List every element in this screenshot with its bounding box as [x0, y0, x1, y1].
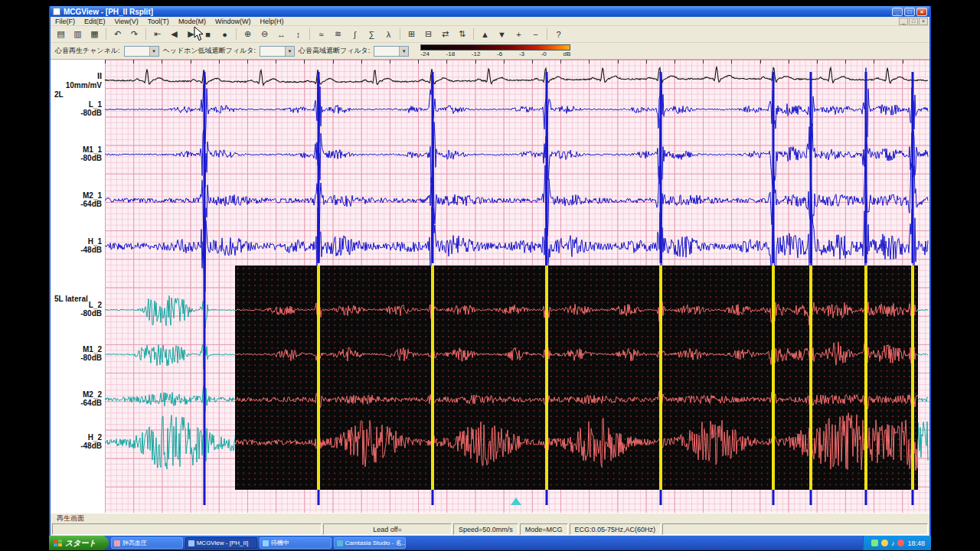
gain-up-icon[interactable]: + [511, 27, 527, 41]
window-title: MCGView - [PH_II Rsplit] [64, 8, 153, 16]
reorder-icon[interactable]: ⇅ [454, 27, 470, 41]
db-tick-label: -3 [519, 51, 524, 57]
taskbar-item-label: 肺高血圧 [122, 539, 147, 547]
menu-view[interactable]: View(V) [110, 18, 143, 25]
mdi-close-button[interactable]: × [919, 18, 928, 25]
beat-line [912, 72, 914, 263]
beat-line [546, 490, 548, 505]
maximize-button[interactable]: □ [904, 8, 915, 16]
taskbar-item-mcgview[interactable]: MCGView - [PH_II] [185, 537, 257, 549]
sum-icon[interactable]: ∑ [364, 27, 380, 41]
chevron-down-icon: ▼ [399, 47, 408, 56]
print-icon[interactable]: ▦ [87, 27, 103, 41]
playback-label: 再生画面 [57, 514, 84, 522]
volume-tray-icon[interactable]: ♪ [891, 540, 895, 547]
split-view-icon[interactable]: ⊟ [420, 27, 436, 41]
channel-name-label: H_2 [88, 433, 102, 442]
rewind-icon[interactable]: ⇤ [149, 27, 165, 41]
close-button[interactable]: × [916, 8, 927, 16]
overlay-beat-line [809, 266, 812, 490]
db-tick-label: -24 [420, 51, 430, 57]
step-back-icon[interactable]: ◀ [166, 27, 182, 41]
channel-gain-label: -80dB [80, 154, 102, 162]
gain-down-icon[interactable]: − [528, 27, 544, 41]
overlay-trace-H_2 [235, 413, 918, 471]
window-controls: _ □ × [892, 8, 927, 16]
channel-name-label: M2_1 [83, 191, 102, 200]
menu-mode[interactable]: Mode(M) [174, 18, 211, 25]
toolbar-separator [400, 28, 400, 40]
fit-width-icon[interactable]: ↔ [273, 27, 289, 41]
channel-name-label: L_1 [89, 100, 102, 109]
app3-icon [263, 540, 269, 546]
mdi-restore-button[interactable]: □ [909, 18, 918, 25]
channel-gain-label: -64dB [80, 399, 102, 407]
highcut-filter-select[interactable]: ▼ [374, 46, 409, 57]
minimize-button[interactable]: _ [892, 8, 903, 16]
playhead-marker[interactable] [511, 497, 521, 505]
ecg-position-label: 2L [54, 90, 64, 99]
taskbar-item-label: Camtasia Studio - 名... [345, 539, 406, 547]
taskbar-item-app3[interactable]: 待機中 [260, 537, 332, 549]
spectro-overlay [235, 266, 918, 490]
fit-height-icon[interactable]: ↕ [290, 27, 306, 41]
multi-wave-icon[interactable]: ≋ [330, 27, 346, 41]
beat-line [204, 72, 206, 505]
marker-down-icon[interactable]: ▼ [494, 27, 510, 41]
wave-icon[interactable]: ≈ [313, 27, 329, 41]
lambda-icon[interactable]: λ [381, 27, 397, 41]
taskbar-item-app1[interactable]: 肺高血圧 [111, 537, 183, 549]
chart-plot[interactable] [105, 60, 929, 513]
integral-icon[interactable]: ∫ [347, 27, 363, 41]
zoom-in-icon[interactable]: ⊕ [240, 27, 256, 41]
overlay-trace-M2_2 [235, 388, 918, 412]
update-tray-icon[interactable] [881, 540, 888, 546]
taskbar-item-label: 待機中 [271, 539, 289, 547]
redo-icon[interactable]: ↷ [126, 27, 142, 41]
swap-icon[interactable]: ⇄ [437, 27, 453, 41]
undo-icon[interactable]: ↶ [109, 27, 126, 41]
playback-label-bar: 再生画面 [51, 513, 929, 523]
channel-gain-label: -80dB [80, 309, 102, 318]
beat-line [810, 72, 812, 263]
record-tray-icon[interactable] [897, 540, 904, 546]
overlay-beat-line [911, 266, 914, 490]
taskbar-clock: 18:48 [907, 540, 925, 547]
mdi-minimize-button[interactable]: _ [899, 18, 908, 25]
title-bar[interactable]: MCGView - [PH_II Rsplit] _ □ × [51, 6, 929, 17]
channel-labels: II10mm/mV2LL_1-80dBM1_1-80dBM2_1-64dBH_1… [51, 60, 105, 513]
overlay-waveform-svg [235, 266, 918, 490]
system-tray: ♪ 18:48 [863, 536, 931, 550]
play-channel-select[interactable]: ▼ [124, 46, 159, 57]
help-icon[interactable]: ? [550, 27, 567, 41]
beat-line [546, 72, 548, 263]
open-file-icon[interactable]: ▤ [53, 27, 69, 41]
zoom-out-icon[interactable]: ⊖ [256, 27, 273, 41]
channel-name-label: M1_2 [83, 345, 102, 354]
toolbar-separator [547, 28, 547, 40]
headphone-filter-select[interactable]: ▼ [260, 46, 295, 57]
menu-help[interactable]: Help(H) [255, 18, 288, 25]
menu-file[interactable]: File(F) [51, 18, 80, 25]
beat-line [318, 490, 320, 505]
marker-up-icon[interactable]: ▲ [477, 27, 493, 41]
grid-view-icon[interactable]: ⊞ [403, 27, 420, 41]
save-icon[interactable]: ▥ [70, 27, 86, 41]
start-button[interactable]: スタート [49, 536, 109, 550]
play-icon[interactable]: ▶ [183, 27, 199, 41]
channel-gain-label: -80dB [80, 354, 102, 362]
taskbar-item-camtasia[interactable]: Camtasia Studio - 名... [334, 537, 406, 549]
ecg-scale-label: 10mm/mV [66, 81, 102, 90]
group2-position-label: 5L lateral [54, 295, 88, 303]
start-label: スタート [65, 538, 96, 549]
level-meter-gradient [420, 44, 570, 51]
menu-edit[interactable]: Edit(E) [80, 18, 110, 25]
beat-line [865, 72, 867, 263]
stop-icon[interactable]: ■ [200, 27, 216, 41]
status-lead-off: Lead off= [323, 523, 452, 535]
record-icon[interactable]: ● [217, 27, 233, 41]
status-tray-icon[interactable] [871, 540, 878, 546]
menu-tool[interactable]: Tool(T) [143, 18, 174, 25]
menu-window[interactable]: Window(W) [211, 18, 256, 25]
beat-line [660, 490, 662, 505]
